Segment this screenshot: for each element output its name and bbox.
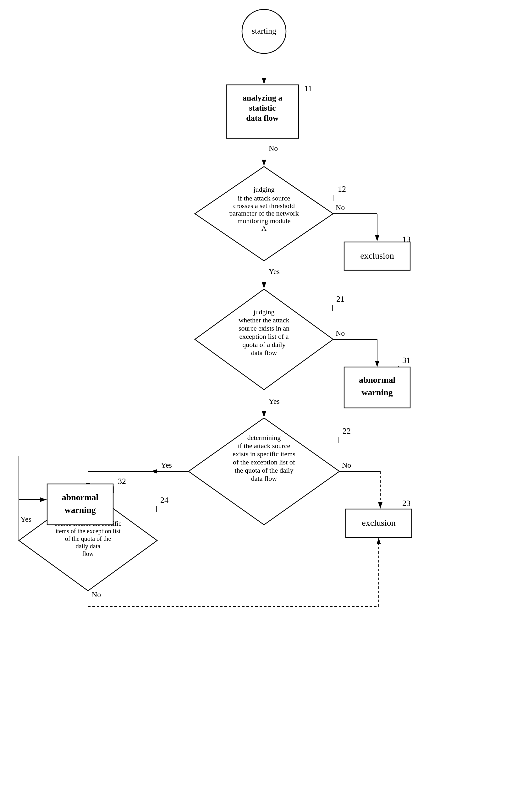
judge3-text5: the quota of the daily xyxy=(235,466,294,474)
judge4-text6: daily data xyxy=(76,543,100,550)
judge2-text5: quota of a daily xyxy=(242,340,285,348)
abnormal-warning2-text2: warning xyxy=(65,505,96,515)
label-22: 22 xyxy=(343,426,351,436)
starting-label: starting xyxy=(252,26,276,35)
judge4-text5: of the quota of the xyxy=(65,535,111,542)
judge2-text4: exception list of a xyxy=(239,332,288,340)
label-32: 32 xyxy=(118,477,126,486)
exclusion1-text: exclusion xyxy=(360,251,394,261)
yes-label-3: Yes xyxy=(161,461,172,469)
label-31: 31 xyxy=(402,356,411,365)
exclusion2-text: exclusion xyxy=(362,518,395,527)
analyze-text-line2: statistic xyxy=(249,103,276,113)
judge2-text1: judging xyxy=(253,308,274,316)
judge1-text3: crosses a set threshold xyxy=(233,202,295,209)
no-label-1: No xyxy=(269,144,278,153)
abnormal-warning2-box xyxy=(47,484,113,525)
judge4-text4: items of the exception list xyxy=(56,527,121,535)
judge1-text4: parameter of the network xyxy=(229,209,299,217)
judge1-text2: if the attack source xyxy=(238,194,290,202)
yes-label-2: Yes xyxy=(269,397,280,405)
judge3-text2: if the attack source xyxy=(238,442,290,450)
abnormal-warning1-text1: abnormal xyxy=(359,375,396,385)
judge2-text2: whether the attack xyxy=(239,316,289,324)
yes-label-1: Yes xyxy=(269,267,280,276)
label-11: 11 xyxy=(304,84,312,93)
judge3-text6: data flow xyxy=(251,475,277,482)
judge1-text5: monitoring module xyxy=(237,217,290,225)
no-label-2: No xyxy=(336,203,345,212)
judge3-text3: exists in specific items xyxy=(232,450,296,458)
label-23: 23 xyxy=(402,499,411,508)
label-21: 21 xyxy=(336,294,344,304)
label-24: 24 xyxy=(160,495,169,505)
no-label-3: No xyxy=(336,329,345,337)
judge3-text1: determining xyxy=(247,434,281,441)
analyze-text-line3: data flow xyxy=(246,113,279,122)
flowchart-container: starting analyzing a statistic data flow… xyxy=(0,0,528,812)
abnormal-warning1-text2: warning xyxy=(361,388,393,397)
judge2-text3: source exists in an xyxy=(239,324,289,332)
abnormal-warning2-text1: abnormal xyxy=(62,492,99,502)
label-12: 12 xyxy=(338,185,346,193)
judge1-text1: judging xyxy=(253,185,274,193)
yes-label-4: Yes xyxy=(20,515,31,523)
judge4-text7: flow xyxy=(82,550,94,557)
judge2-text6: data flow xyxy=(251,349,277,357)
no-label-5: No xyxy=(92,591,101,599)
no-label-4: No xyxy=(342,461,351,469)
judge3-text4: of the exception list of xyxy=(233,458,296,466)
judge1-text6: A xyxy=(261,224,267,232)
analyze-text-line1: analyzing a xyxy=(243,93,282,102)
